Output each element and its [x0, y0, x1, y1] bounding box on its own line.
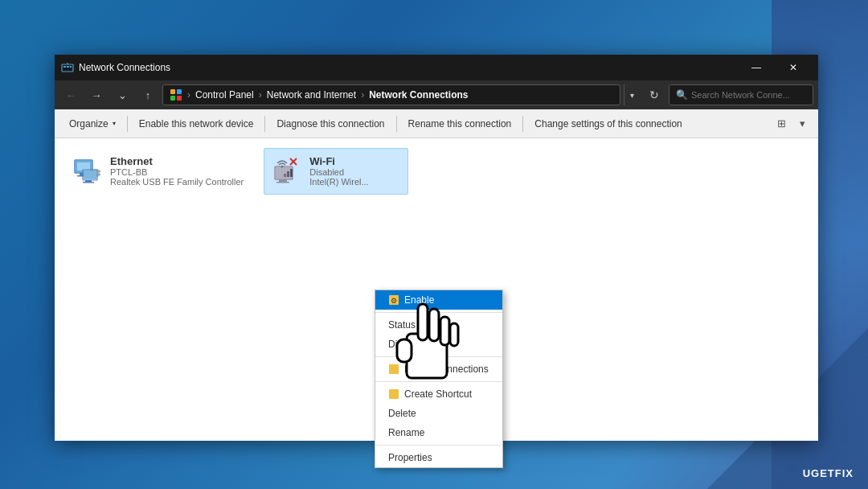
context-separator-4	[375, 445, 502, 446]
svg-rect-33	[389, 364, 399, 374]
toolbar: Organize ▾ Enable this network device Di…	[55, 109, 818, 138]
svg-rect-18	[84, 171, 96, 179]
svg-rect-25	[284, 174, 286, 177]
svg-rect-19	[85, 180, 92, 182]
address-box[interactable]: › Control Panel › Network and Internet ›…	[162, 84, 620, 105]
context-separator-1	[375, 312, 502, 313]
svg-rect-0	[62, 64, 73, 72]
toolbar-right: ⊞ ▾	[772, 114, 812, 134]
svg-rect-24	[276, 182, 289, 183]
context-menu-bridge[interactable]: Bridge Connections	[375, 360, 502, 379]
network-connections-window: Network Connections — ✕ ← → ⌄ ↑ › Contro…	[55, 55, 818, 441]
context-menu-enable[interactable]: ⚙ Enable	[375, 290, 502, 310]
context-menu-diagnose[interactable]: Diagnose	[375, 335, 502, 354]
refresh-button[interactable]: ↻	[643, 84, 665, 106]
up-button[interactable]: ↑	[137, 84, 159, 106]
organize-button[interactable]: Organize ▾	[61, 115, 124, 133]
svg-text:⚙: ⚙	[391, 297, 397, 305]
svg-rect-23	[279, 179, 287, 182]
svg-rect-26	[287, 171, 289, 177]
close-button[interactable]: ✕	[775, 55, 812, 80]
toolbar-separator-1	[127, 116, 128, 132]
wifi-item[interactable]: Wi-Fi Disabled Intel(R) Wirel...	[264, 148, 408, 195]
context-separator-3	[375, 381, 502, 382]
minimize-button[interactable]: —	[738, 55, 775, 80]
context-menu-rename[interactable]: Rename	[375, 423, 502, 442]
network-connections-link[interactable]: Network Connections	[369, 89, 468, 101]
ethernet-icon	[72, 155, 104, 187]
titlebar-icon	[61, 61, 74, 74]
view-dropdown-button[interactable]: ▾	[792, 114, 812, 134]
address-dropdown-button[interactable]: ▾	[624, 84, 640, 105]
titlebar: Network Connections — ✕	[55, 55, 818, 80]
ethernet-line2: PTCL-BB	[110, 167, 244, 177]
bridge-icon	[388, 364, 399, 375]
diagnose-connection-button[interactable]: Diagnose this connection	[268, 115, 392, 133]
context-menu-properties[interactable]: Properties	[375, 448, 502, 467]
addressbar: ← → ⌄ ↑ › Control Panel › Network and In…	[55, 80, 818, 109]
svg-rect-7	[170, 96, 175, 101]
ethernet-name: Ethernet	[110, 155, 244, 167]
svg-rect-8	[177, 96, 182, 101]
view-icon-button[interactable]: ⊞	[772, 114, 791, 134]
shortcut-icon	[388, 388, 399, 400]
search-icon: 🔍	[676, 89, 688, 101]
wifi-icon	[271, 155, 303, 187]
control-panel-icon	[170, 88, 182, 101]
wifi-status: Disabled	[309, 167, 368, 177]
wifi-info: Wi-Fi Disabled Intel(R) Wirel...	[309, 155, 368, 187]
ethernet-line3: Realtek USB FE Family Controller	[110, 177, 244, 187]
svg-rect-2	[67, 66, 69, 68]
enable-device-button[interactable]: Enable this network device	[131, 115, 262, 133]
network-internet-link[interactable]: Network and Internet	[267, 89, 356, 101]
svg-rect-5	[170, 89, 175, 94]
svg-rect-3	[70, 66, 72, 68]
ethernet-item[interactable]: Ethernet PTCL-BB Realtek USB FE Family C…	[64, 148, 251, 195]
dropdown-history-button[interactable]: ⌄	[111, 84, 133, 106]
toolbar-separator-2	[264, 116, 265, 132]
context-menu: ⚙ Enable Status Diagnose Bridge Connecti…	[375, 290, 503, 468]
wifi-name: Wi-Fi	[309, 155, 368, 167]
context-menu-status[interactable]: Status	[375, 315, 502, 335]
search-placeholder: Search Network Conne...	[691, 90, 790, 100]
search-box[interactable]: 🔍 Search Network Conne...	[669, 84, 813, 105]
organize-chevron: ▾	[113, 120, 116, 127]
forward-button[interactable]: →	[85, 84, 108, 106]
toolbar-separator-4	[522, 116, 523, 132]
ethernet-info: Ethernet PTCL-BB Realtek USB FE Family C…	[110, 155, 244, 187]
titlebar-title: Network Connections	[79, 62, 738, 73]
address-separator-3: ›	[361, 89, 364, 101]
change-settings-button[interactable]: Change settings of this connection	[526, 115, 690, 133]
address-separator-2: ›	[259, 89, 262, 101]
svg-rect-27	[290, 169, 293, 177]
rename-connection-button[interactable]: Rename this connection	[400, 115, 520, 133]
context-separator-2	[375, 356, 502, 357]
back-button[interactable]: ←	[59, 84, 82, 106]
address-separator-1: ›	[187, 89, 190, 101]
wifi-type: Intel(R) Wirel...	[309, 177, 368, 187]
svg-rect-34	[389, 389, 399, 399]
content-area: Ethernet PTCL-BB Realtek USB FE Family C…	[55, 138, 818, 441]
svg-rect-20	[83, 182, 94, 183]
titlebar-controls: — ✕	[738, 55, 812, 80]
toolbar-separator-3	[396, 116, 397, 132]
svg-rect-6	[177, 89, 182, 94]
enable-icon: ⚙	[388, 294, 399, 306]
svg-point-30	[281, 166, 284, 168]
context-menu-shortcut[interactable]: Create Shortcut	[375, 384, 502, 404]
watermark-text: UGETFIX	[803, 467, 854, 479]
control-panel-link[interactable]: Control Panel	[195, 89, 254, 101]
context-menu-delete[interactable]: Delete	[375, 404, 502, 423]
svg-rect-1	[63, 66, 66, 68]
